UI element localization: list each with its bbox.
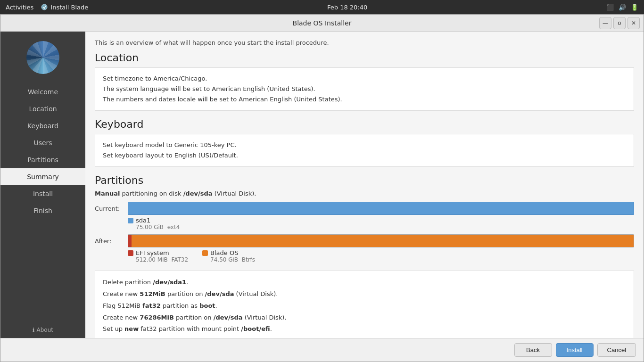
footer: Back Install Cancel: [0, 338, 644, 362]
current-legend-title: sda1: [128, 217, 180, 224]
activities-button[interactable]: Activities: [6, 4, 33, 11]
current-disk-type: ext4: [167, 224, 180, 230]
svg-point-0: [41, 4, 47, 10]
title-bar: Blade OS Installer — o ✕: [0, 15, 644, 32]
manual-label: Manual: [95, 190, 120, 197]
efi-bar-segment: [128, 235, 132, 247]
manual-description: Manual partitioning on disk /dev/sda (Vi…: [95, 190, 634, 197]
efi-meta: 512.00 MiB FAT32: [136, 256, 188, 263]
location-line-2: The system language will be set to Ameri…: [103, 84, 626, 94]
cancel-button[interactable]: Cancel: [597, 343, 636, 357]
system-tray: ⬛ 🔊 🔋: [606, 4, 638, 11]
about-label: About: [37, 327, 53, 333]
sidebar-item-install[interactable]: Install: [0, 185, 85, 202]
current-legend: sda1 75.00 GiB ext4: [128, 217, 634, 230]
back-button[interactable]: Back: [514, 343, 552, 357]
location-line-1: Set timezone to America/Chicago.: [103, 74, 626, 84]
install-button[interactable]: Install: [556, 343, 594, 357]
current-disk-size: 75.00 GiB: [136, 224, 164, 230]
disk-desc: (Virtual Disk).: [213, 190, 256, 197]
window-title: Blade OS Installer: [293, 19, 352, 27]
current-label: Current:: [95, 205, 128, 212]
blade-name: Blade OS: [210, 249, 238, 256]
efi-type: FAT32: [171, 256, 188, 263]
current-disk-name: sda1: [136, 217, 150, 224]
instruction-5: Set up new fat32 partition with mount po…: [103, 323, 626, 335]
keyboard-line-1: Set keyboard model to Generic 105-key PC…: [103, 140, 626, 150]
after-bar-fill: [128, 234, 634, 247]
display-icon: ⬛: [606, 4, 614, 11]
sidebar-item-welcome[interactable]: Welcome: [0, 83, 85, 100]
efi-name: EFI system: [136, 249, 169, 256]
battery-icon: 🔋: [631, 4, 638, 11]
efi-legend-item: EFI system 512.00 MiB FAT32: [128, 249, 188, 263]
after-disk-row: After:: [95, 234, 634, 247]
blade-legend-title: Blade OS: [202, 249, 255, 256]
partitions-title: Partitions: [95, 174, 634, 186]
current-legend-item: sda1 75.00 GiB ext4: [128, 217, 180, 230]
blade-meta: 74.50 GiB Btrfs: [210, 256, 255, 263]
instruction-4: Create new 76286MiB partition on /dev/sd…: [103, 312, 626, 324]
after-legend: EFI system 512.00 MiB FAT32 Blade OS 74.…: [128, 249, 634, 263]
sidebar-item-location[interactable]: Location: [0, 100, 85, 117]
keyboard-line-2: Set keyboard layout to English (US)/Defa…: [103, 150, 626, 161]
current-color-dot: [128, 218, 133, 223]
efi-size: 512.00 MiB: [136, 256, 168, 263]
system-bar: Activities Install Blade Feb 18 20:40 ⬛ …: [0, 0, 644, 14]
datetime-display: Feb 18 20:40: [327, 4, 367, 11]
partition-instructions-box: Delete partition /dev/sda1. Create new 5…: [95, 271, 634, 338]
instruction-3: Flag 512MiB fat32 partition as boot.: [103, 300, 626, 312]
efi-color-dot: [128, 250, 133, 256]
location-title: Location: [95, 52, 634, 64]
after-disk-bar: [128, 234, 634, 247]
close-button[interactable]: ✕: [627, 17, 640, 29]
sidebar: Welcome Location Keyboard Users Partitio…: [0, 32, 85, 338]
minimize-button[interactable]: —: [599, 17, 611, 29]
current-disk-meta: 75.00 GiB ext4: [136, 224, 180, 230]
blade-legend-item: Blade OS 74.50 GiB Btrfs: [202, 249, 255, 263]
location-line-3: The numbers and dates locale will be set…: [103, 94, 626, 105]
sidebar-item-users[interactable]: Users: [0, 134, 85, 151]
sidebar-logo: [26, 41, 59, 74]
sidebar-item-finish[interactable]: Finish: [0, 202, 85, 219]
keyboard-title: Keyboard: [95, 118, 634, 130]
sidebar-item-keyboard[interactable]: Keyboard: [0, 117, 85, 134]
restore-button[interactable]: o: [613, 17, 626, 29]
location-info-box: Set timezone to America/Chicago. The sys…: [95, 67, 634, 111]
info-icon: ℹ: [33, 327, 35, 333]
app-name-label: Install Blade: [50, 4, 88, 11]
sidebar-item-summary[interactable]: Summary: [0, 168, 85, 185]
install-icon: [41, 4, 48, 10]
sidebar-item-partitions[interactable]: Partitions: [0, 151, 85, 168]
instruction-1: Delete partition /dev/sda1.: [103, 277, 626, 288]
current-bar-fill: [128, 202, 634, 215]
installer-window: Blade OS Installer — o ✕ Welcome Locatio…: [0, 14, 644, 362]
current-disk-row: Current:: [95, 202, 634, 215]
blade-bar-segment: [132, 235, 634, 247]
sidebar-nav: Welcome Location Keyboard Users Partitio…: [0, 83, 85, 219]
partitions-section: Manual partitioning on disk /dev/sda (Vi…: [95, 190, 634, 338]
volume-icon: 🔊: [619, 4, 626, 11]
efi-legend-title: EFI system: [128, 249, 188, 256]
content-area: This is an overview of what will happen …: [85, 32, 644, 338]
window-controls: — o ✕: [599, 17, 640, 29]
after-label: After:: [95, 238, 128, 245]
main-layout: Welcome Location Keyboard Users Partitio…: [0, 32, 644, 338]
current-disk-bar: [128, 202, 634, 215]
blade-size: 74.50 GiB: [210, 256, 238, 263]
keyboard-info-box: Set keyboard model to Generic 105-key PC…: [95, 134, 634, 167]
blade-color-dot: [202, 250, 208, 256]
app-indicator[interactable]: Install Blade: [41, 4, 88, 11]
blade-type: Btrfs: [242, 256, 255, 263]
manual-text: partitioning on disk: [120, 190, 183, 197]
instruction-2: Create new 512MiB partition on /dev/sda …: [103, 288, 626, 300]
overview-text: This is an overview of what will happen …: [95, 39, 634, 46]
disk-name: /dev/sda: [183, 190, 213, 197]
about-button[interactable]: ℹ About: [28, 322, 58, 338]
